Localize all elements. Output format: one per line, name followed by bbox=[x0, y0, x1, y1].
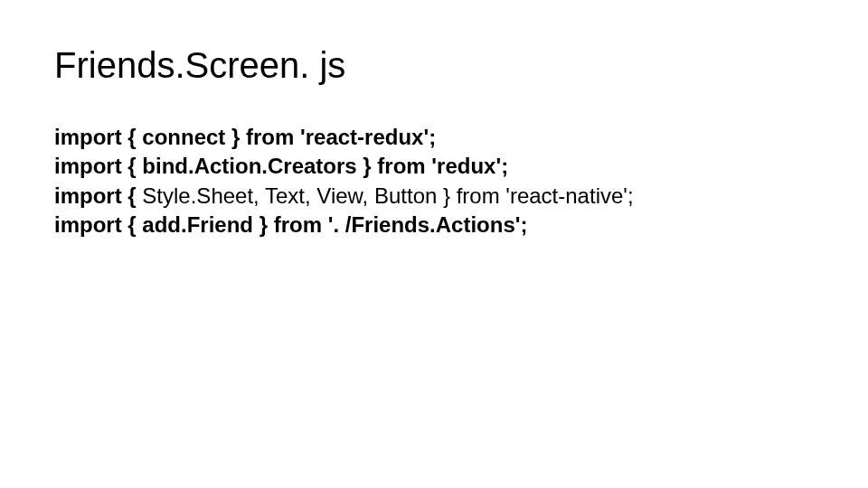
code-line-2: import { bind.Action.Creators } from 're… bbox=[54, 152, 814, 181]
code-text-bold: import { bind.Action.Creators } from 're… bbox=[54, 154, 508, 178]
page-title: Friends.Screen. js bbox=[54, 43, 814, 87]
slide-content: Friends.Screen. js import { connect } fr… bbox=[0, 0, 868, 240]
code-block: import { connect } from 'react-redux'; i… bbox=[54, 123, 814, 240]
code-line-3: import { Style.Sheet, Text, View, Button… bbox=[54, 182, 814, 211]
code-text-bold: import { add.Friend } from '. /Friends.A… bbox=[54, 212, 527, 237]
code-line-1: import { connect } from 'react-redux'; bbox=[54, 123, 814, 152]
code-line-4: import { add.Friend } from '. /Friends.A… bbox=[54, 211, 814, 239]
code-text: Style.Sheet, Text, View, Button } from '… bbox=[142, 183, 633, 208]
code-text-bold: import { bbox=[54, 183, 142, 208]
code-text-bold: import { connect } from 'react-redux'; bbox=[54, 125, 436, 149]
